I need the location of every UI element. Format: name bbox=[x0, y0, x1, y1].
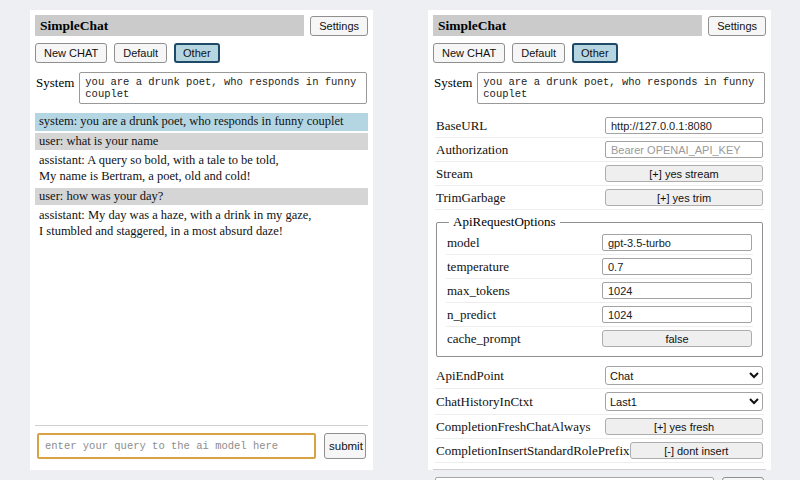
system-prompt-row: System you are a drunk poet, who respond… bbox=[35, 72, 368, 104]
query-bar: submit bbox=[35, 425, 368, 459]
settings-button[interactable]: Settings bbox=[708, 16, 766, 36]
chat-history-label: ChatHistoryInCtxt bbox=[436, 394, 533, 410]
setting-row-fresh-chat: CompletionFreshChatAlways [+] yes fresh bbox=[435, 415, 764, 439]
max-tokens-input[interactable] bbox=[602, 282, 752, 299]
setting-row-authorization: Authorization bbox=[435, 138, 764, 162]
system-prompt-input[interactable]: you are a drunk poet, who responds in fu… bbox=[79, 72, 367, 104]
setting-row-n-predict: n_predict bbox=[446, 303, 753, 327]
query-input[interactable] bbox=[37, 433, 316, 459]
header: SimpleChat Settings bbox=[35, 15, 368, 36]
query-bar: submit bbox=[433, 469, 766, 480]
system-prompt-row: System you are a drunk poet, who respond… bbox=[433, 72, 766, 104]
system-prompt-input[interactable]: you are a drunk poet, who responds in fu… bbox=[477, 72, 765, 104]
authorization-label: Authorization bbox=[436, 142, 508, 158]
stream-label: Stream bbox=[436, 166, 473, 182]
fresh-chat-toggle-button[interactable]: [+] yes fresh bbox=[605, 418, 763, 435]
temperature-label: temperature bbox=[447, 259, 509, 275]
cache-prompt-toggle-button[interactable]: false bbox=[602, 330, 752, 347]
system-prompt-label: System bbox=[36, 72, 74, 91]
new-chat-button[interactable]: New CHAT bbox=[433, 43, 505, 63]
session-tab-default[interactable]: Default bbox=[512, 43, 565, 63]
chat-message-user: user: what is your name bbox=[35, 133, 368, 151]
setting-row-api-endpoint: ApiEndPoint Chat bbox=[435, 363, 764, 389]
trimgarbage-label: TrimGarbage bbox=[436, 190, 506, 206]
chat-message-assistant: assistant: My day was a haze, with a dri… bbox=[35, 207, 368, 240]
setting-row-cache-prompt: cache_prompt false bbox=[446, 327, 753, 350]
session-tab-other[interactable]: Other bbox=[174, 43, 220, 63]
setting-row-stream: Stream [+] yes stream bbox=[435, 162, 764, 186]
role-prefix-label: CompletionInsertStandardRolePrefix bbox=[436, 443, 630, 459]
baseurl-label: BaseURL bbox=[436, 118, 487, 134]
setting-row-baseurl: BaseURL bbox=[435, 114, 764, 138]
n-predict-input[interactable] bbox=[602, 306, 752, 323]
submit-button[interactable]: submit bbox=[324, 433, 366, 459]
header: SimpleChat Settings bbox=[433, 15, 766, 36]
api-request-options-fieldset: ApiRequestOptions model temperature max_… bbox=[436, 214, 763, 357]
setting-row-max-tokens: max_tokens bbox=[446, 279, 753, 303]
settings-panel: SimpleChat Settings New CHAT Default Oth… bbox=[428, 10, 771, 470]
baseurl-input[interactable] bbox=[605, 117, 763, 134]
chat-panel: SimpleChat Settings New CHAT Default Oth… bbox=[30, 10, 373, 470]
cache-prompt-label: cache_prompt bbox=[447, 331, 521, 347]
n-predict-label: n_predict bbox=[447, 307, 496, 323]
system-prompt-label: System bbox=[434, 72, 472, 91]
setting-row-temperature: temperature bbox=[446, 255, 753, 279]
setting-row-trimgarbage: TrimGarbage [+] yes trim bbox=[435, 186, 764, 210]
temperature-input[interactable] bbox=[602, 258, 752, 275]
session-tab-default[interactable]: Default bbox=[114, 43, 167, 63]
authorization-input[interactable] bbox=[605, 141, 763, 158]
max-tokens-label: max_tokens bbox=[447, 283, 510, 299]
chat-message-user: user: how was your day? bbox=[35, 188, 368, 206]
setting-row-model: model bbox=[446, 231, 753, 255]
chat-message-system: system: you are a drunk poet, who respon… bbox=[35, 113, 368, 131]
trimgarbage-toggle-button[interactable]: [+] yes trim bbox=[605, 189, 763, 206]
fresh-chat-label: CompletionFreshChatAlways bbox=[436, 419, 591, 435]
new-chat-button[interactable]: New CHAT bbox=[35, 43, 107, 63]
settings-button[interactable]: Settings bbox=[310, 16, 368, 36]
setting-row-role-prefix: CompletionInsertStandardRolePrefix [-] d… bbox=[435, 439, 764, 463]
model-input[interactable] bbox=[602, 234, 752, 251]
settings-list: BaseURL Authorization Stream [+] yes str… bbox=[433, 114, 766, 463]
api-endpoint-label: ApiEndPoint bbox=[436, 368, 504, 384]
model-label: model bbox=[447, 235, 480, 251]
app-title: SimpleChat bbox=[433, 15, 702, 36]
session-tab-other[interactable]: Other bbox=[572, 43, 618, 63]
role-prefix-toggle-button[interactable]: [-] dont insert bbox=[630, 442, 763, 459]
session-toolbar: New CHAT Default Other bbox=[433, 43, 766, 63]
session-toolbar: New CHAT Default Other bbox=[35, 43, 368, 63]
chat-message-assistant: assistant: A query so bold, with a tale … bbox=[35, 152, 368, 185]
chat-history-select[interactable]: Last1 bbox=[605, 392, 763, 411]
app-title: SimpleChat bbox=[35, 15, 304, 36]
setting-row-chat-history: ChatHistoryInCtxt Last1 bbox=[435, 389, 764, 415]
chat-message-list: system: you are a drunk poet, who respon… bbox=[35, 113, 368, 419]
api-request-options-legend: ApiRequestOptions bbox=[449, 214, 560, 230]
page: SimpleChat Settings New CHAT Default Oth… bbox=[0, 0, 800, 480]
stream-toggle-button[interactable]: [+] yes stream bbox=[605, 165, 763, 182]
api-endpoint-select[interactable]: Chat bbox=[605, 366, 763, 385]
